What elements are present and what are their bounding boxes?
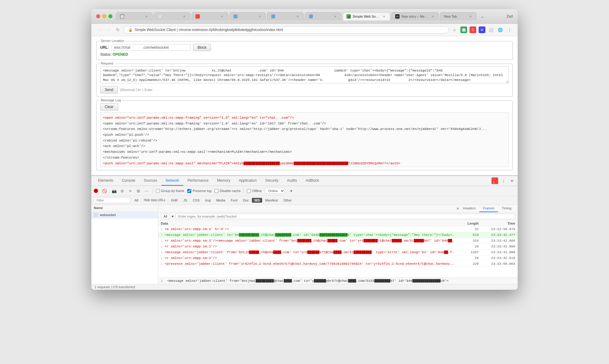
- preserve-log-checkbox[interactable]: Preserve log: [187, 189, 211, 193]
- browser-tab-new-tab[interactable]: New Tab ✕: [440, 12, 477, 20]
- devtools-tab-network[interactable]: Network: [161, 176, 183, 186]
- devtools-tab-audits[interactable]: Audits: [283, 176, 301, 186]
- devtools-tab-memory[interactable]: Memory: [213, 176, 234, 186]
- reload-button[interactable]: ↻: [114, 26, 121, 33]
- frame-row-0[interactable]: ↓ <a xmlns='urn:xmpp:sm:3' h='0'/> 32 23…: [158, 226, 518, 232]
- throttle-select[interactable]: Online: [265, 188, 285, 194]
- filter-tag-doc[interactable]: Doc: [241, 198, 252, 203]
- offline-input[interactable]: [247, 189, 251, 193]
- frames-tab-frames[interactable]: Frames: [479, 205, 498, 212]
- back-button[interactable]: ←: [96, 26, 103, 33]
- filter-tag-font[interactable]: Font: [228, 198, 240, 203]
- capture-screenshot-icon[interactable]: 📷: [111, 187, 118, 194]
- extension-icon-3[interactable]: M: [479, 26, 485, 33]
- offline-checkbox[interactable]: Offline: [247, 189, 262, 193]
- tab-close-6[interactable]: ✕: [333, 14, 337, 19]
- devtools-tab-performance[interactable]: Performance: [183, 176, 213, 186]
- tab-close-new[interactable]: ✕: [468, 14, 473, 19]
- list-view-icon[interactable]: ≡: [127, 187, 134, 194]
- frames-all-button[interactable]: All: [161, 214, 170, 219]
- tab-close-3[interactable]: ✕: [220, 14, 224, 19]
- menu-icon[interactable]: ⋮: [506, 26, 513, 33]
- filter-tag-media[interactable]: Media: [214, 198, 228, 203]
- frame-row-5[interactable]: ↓ <r xmlns='urn:xmpp:sm:3'/> 26 23:33:42…: [158, 255, 518, 261]
- close-button[interactable]: [96, 14, 100, 18]
- maximize-button[interactable]: [108, 14, 112, 18]
- network-sidebar-item-websocket[interactable]: websocket: [91, 211, 158, 219]
- request-textarea[interactable]: <message xmlns='jabber:client' to='bntjn…: [100, 66, 509, 83]
- devtools-tab-adblock[interactable]: AdBlock: [301, 176, 323, 186]
- disable-cache-input[interactable]: [214, 189, 218, 193]
- filter-icon[interactable]: ⊘: [121, 189, 124, 193]
- devtools-tab-console[interactable]: Console: [118, 176, 139, 186]
- browser-tab-3[interactable]: 🔴 ✕: [192, 12, 228, 20]
- frame-row-4[interactable]: ↓ <message xmlns='jabber:client' from='b…: [158, 250, 518, 255]
- extension-icon-5[interactable]: 🌐: [497, 26, 504, 33]
- url-bar[interactable]: 🔒 Simple WebSocket Client | chrome-exten…: [124, 26, 449, 33]
- frames-filter-input[interactable]: [175, 214, 515, 219]
- browser-tab-2[interactable]: ⬜ ✕: [154, 12, 190, 20]
- disable-cache-checkbox[interactable]: Disable cache: [214, 189, 241, 193]
- devtools-tab-application[interactable]: Application: [234, 176, 261, 186]
- browser-tab-6[interactable]: 🌐 ✕: [305, 12, 341, 20]
- connect-button[interactable]: Block: [193, 44, 211, 51]
- frame-row-3[interactable]: ↓ <r xmlns='urn:xmpp:sm:3'/> 26 23:33:42…: [158, 244, 518, 250]
- devtools-tab-elements[interactable]: Elements: [94, 176, 118, 186]
- tab-close-story[interactable]: ✕: [431, 14, 435, 19]
- filter-tag-all[interactable]: All: [132, 198, 141, 203]
- tab-close-1[interactable]: ✕: [144, 14, 149, 19]
- frames-filter-dropdown-icon[interactable]: ▾: [172, 214, 174, 219]
- frames-panel-close[interactable]: ✕: [456, 206, 459, 211]
- minimize-button[interactable]: [102, 14, 106, 18]
- dot-view-icon[interactable]: ⋯: [143, 187, 150, 194]
- tab-close-4[interactable]: ✕: [258, 14, 262, 19]
- frames-tab-timing[interactable]: Timing: [498, 205, 515, 212]
- devtools-close-icon[interactable]: ✕: [509, 177, 515, 184]
- filter-input[interactable]: [94, 197, 130, 203]
- frame-row-1[interactable]: ↑ <message xmlns='jabber:client' to='bn█…: [158, 232, 518, 238]
- forward-button[interactable]: →: [105, 26, 112, 33]
- bookmark-icon[interactable]: ☆: [451, 26, 458, 33]
- group-by-frame-checkbox[interactable]: Group by frame: [156, 189, 184, 193]
- status-label: Status:: [100, 52, 111, 57]
- devtools-settings-icon[interactable]: ⋮: [500, 177, 507, 184]
- url-row: URL: Block: [100, 44, 509, 51]
- filter-tag-manifest[interactable]: Manifest: [263, 198, 280, 203]
- filter-tag-other[interactable]: Other: [281, 198, 294, 203]
- filter-bar: All Hide data URLs XHR JS CSS Img Media …: [91, 196, 518, 205]
- url-input[interactable]: [111, 44, 191, 51]
- browser-tab-4[interactable]: 🌐 ✕: [229, 12, 266, 20]
- clear-button[interactable]: Clear: [100, 103, 118, 110]
- browser-tab-5[interactable]: 🌐 ✕: [267, 12, 304, 20]
- frames-tab-headers[interactable]: Headers: [459, 205, 480, 212]
- extension-icon-2[interactable]: O: [470, 26, 476, 33]
- browser-tab-1[interactable]: ⬜ ✕: [116, 12, 153, 20]
- filter-tag-css[interactable]: CSS: [190, 198, 202, 203]
- filter-tag-hide-data-urls[interactable]: Hide data URLs: [141, 198, 168, 203]
- extension-icon-1[interactable]: ⬜: [460, 26, 467, 33]
- filter-tag-img[interactable]: Img: [203, 198, 213, 203]
- extension-icon-4[interactable]: ⬜: [488, 26, 495, 33]
- filter-tag-xhr[interactable]: XHR: [168, 198, 180, 203]
- send-button[interactable]: Send: [100, 86, 118, 93]
- devtools-tabs-bar: Elements Console Sources Network Perform…: [91, 176, 518, 186]
- frame-row-6[interactable]: ↓ <presence xmlns='jabber:client' from='…: [158, 261, 518, 267]
- clear-log-icon[interactable]: 🚫: [101, 187, 108, 194]
- frame-row-2[interactable]: ↓ <r xmlns='urn:xmpp:sm:3'/><message xml…: [158, 238, 518, 244]
- devtools-tab-sources[interactable]: Sources: [139, 176, 161, 186]
- new-tab-button[interactable]: +: [479, 14, 486, 20]
- record-button[interactable]: [94, 189, 98, 193]
- tab-close-ws[interactable]: ✕: [382, 14, 386, 19]
- frame-arrow-0: ↓: [161, 227, 163, 231]
- browser-tab-simple-websocket[interactable]: 🔌 Simple Web Sock... ✕: [343, 12, 390, 20]
- filter-tag-js[interactable]: JS: [181, 198, 190, 203]
- grid-view-icon[interactable]: ⊞: [135, 187, 142, 194]
- tab-close-5[interactable]: ✕: [295, 14, 300, 19]
- browser-tab-new-story[interactable]: M New story – Med... ✕: [391, 12, 439, 20]
- filter-tag-ws[interactable]: WS: [252, 198, 262, 203]
- group-by-frame-input[interactable]: [156, 189, 160, 193]
- tab-close-2[interactable]: ✕: [182, 14, 186, 19]
- preserve-log-input[interactable]: [187, 189, 191, 193]
- throttle-expand-icon[interactable]: ▾: [288, 187, 295, 194]
- devtools-tab-security[interactable]: Security: [261, 176, 283, 186]
